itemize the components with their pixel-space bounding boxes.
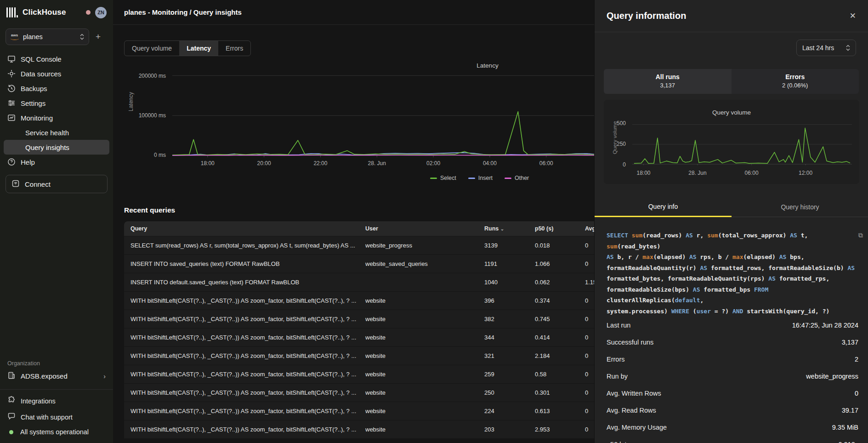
segment-all-runs[interactable]: All runs 3,137	[604, 69, 732, 94]
stat-label: Successful runs	[607, 339, 653, 346]
runs-errors-segmented-control: All runs 3,137 Errors 2 (0.06%)	[604, 69, 859, 94]
x-tick: 02:00	[420, 160, 447, 167]
stat-value: 0	[855, 390, 858, 397]
table-cell: 0.414	[535, 334, 585, 341]
sidebar-item-backups[interactable]: Backups	[4, 81, 109, 96]
panel-title: Query information	[607, 11, 686, 21]
y-tick: 0 ms	[125, 152, 166, 158]
chevron-right-icon: ›	[103, 373, 106, 380]
chart-tabs: Query volume Latency Errors	[124, 40, 251, 56]
sidebar-item-integrations[interactable]: Integrations	[7, 396, 106, 406]
stat-value: 39.17	[842, 407, 858, 414]
footer-item-label: Integrations	[21, 397, 56, 405]
sidebar-item-label: Query insights	[25, 144, 69, 151]
sidebar-item-chat-support[interactable]: Chat with support	[7, 412, 106, 422]
tab-query-history[interactable]: Query history	[732, 197, 868, 217]
organization-name: ADSB.exposed	[21, 372, 68, 380]
organization-switcher[interactable]: ADSB.exposed ›	[0, 371, 113, 389]
legend-item[interactable]: Select	[430, 175, 456, 181]
table-cell: 0.745	[535, 316, 585, 322]
sidebar-item-settings[interactable]: Settings	[4, 96, 109, 110]
clickhouse-logo-icon	[6, 7, 18, 17]
legend-swatch	[505, 178, 511, 179]
stat-label: Avg. Read Rows	[607, 407, 656, 414]
sidebar-item-label: SQL Console	[21, 55, 62, 63]
query-volume-plot	[632, 123, 852, 165]
page-title: planes - Monitoring / Query insights	[124, 8, 242, 16]
panel-tabs: Query info Query history	[595, 197, 868, 217]
monitoring-icon	[7, 114, 16, 122]
stat-label: Errors	[607, 356, 624, 363]
x-tick: 28. Jun	[363, 160, 391, 167]
column-header-query[interactable]: Query	[130, 225, 365, 232]
service-selector[interactable]: aws planes	[6, 29, 89, 45]
table-cell: 2.953	[535, 426, 585, 433]
mini-chart-title: Query volume	[604, 109, 859, 116]
x-tick: 20:00	[250, 160, 278, 167]
table-cell: 344	[484, 334, 535, 341]
table-cell: 0.062	[535, 279, 585, 286]
settings-sliders-icon	[7, 99, 16, 107]
connect-label: Connect	[25, 180, 51, 188]
close-icon[interactable]: ✕	[850, 11, 856, 21]
data-sources-icon	[7, 69, 16, 78]
tab-errors[interactable]: Errors	[218, 41, 250, 56]
segment-errors[interactable]: Errors 2 (0.06%)	[732, 69, 859, 94]
connect-icon	[11, 179, 20, 189]
tab-query-info[interactable]: Query info	[595, 197, 732, 217]
sql-line: formatted_bytes, formatReadableQuantity(…	[607, 273, 858, 284]
service-status-dot	[86, 10, 91, 15]
copy-icon[interactable]: ⧉	[858, 230, 863, 241]
sidebar-item-monitoring[interactable]: Monitoring	[4, 110, 109, 125]
avatar[interactable]: ZN	[95, 7, 107, 18]
table-cell: WITH bitShiftLeft(CAST(?..), _CAST(?..))…	[130, 371, 365, 378]
add-service-button[interactable]: +	[93, 32, 103, 42]
sql-line: formatReadableQuantity(r) AS formatted_r…	[607, 263, 858, 274]
tab-latency[interactable]: Latency	[179, 41, 218, 56]
column-header-p50[interactable]: p50 (s)	[535, 225, 585, 232]
table-cell: WITH bitShiftLeft(CAST(?..), _CAST(?..))…	[130, 334, 365, 341]
logo-text: ClickHouse	[23, 8, 66, 17]
footer-item-label: Chat with support	[21, 414, 73, 421]
column-header-runs[interactable]: Runs ⌄	[484, 225, 535, 232]
sidebar-item-data-sources[interactable]: Data sources	[4, 66, 109, 81]
sidebar-item-label: Data sources	[21, 70, 61, 78]
segment-value: 2 (0.06%)	[732, 82, 859, 89]
time-range-selector[interactable]: Last 24 hrs	[796, 40, 856, 56]
stat-row: p50 latency0.018s	[607, 436, 858, 443]
stat-row: Errors2	[607, 351, 858, 368]
sidebar-item-label: Settings	[21, 99, 45, 107]
sql-line: SELECT sum(read_rows) AS r, sum(total_ro…	[607, 230, 858, 252]
table-cell: INSERT INTO saved_queries (text) FORMAT …	[130, 260, 365, 267]
table-cell: 259	[484, 371, 535, 378]
column-header-user[interactable]: User	[365, 225, 484, 232]
table-cell: 203	[484, 426, 535, 433]
y-tick: 250	[604, 141, 626, 147]
sidebar-item-system-status[interactable]: All systems operational	[7, 428, 106, 436]
segment-value: 3,137	[604, 82, 732, 89]
sidebar-item-sql-console[interactable]: SQL Console	[4, 52, 109, 66]
x-tick: 18:00	[194, 160, 221, 167]
sidebar-item-help[interactable]: Help	[4, 155, 109, 169]
help-icon	[7, 158, 16, 166]
table-cell: INSERT INTO default.saved_queries (text)…	[130, 279, 365, 286]
sidebar-item-service-health[interactable]: Service health	[4, 125, 109, 140]
table-cell: website	[365, 389, 484, 396]
stat-value: 0.018s	[838, 441, 858, 443]
query-information-panel: Query information ✕ Last 24 hrs All runs…	[594, 0, 868, 443]
x-tick: 06:00	[533, 160, 560, 167]
stat-label: Run by	[607, 373, 628, 380]
legend-item[interactable]: Insert	[468, 175, 493, 181]
connect-button[interactable]: Connect	[6, 175, 108, 193]
table-cell: website	[365, 297, 484, 304]
sidebar-item-query-insights[interactable]: Query insights	[4, 140, 109, 155]
tab-query-volume[interactable]: Query volume	[125, 41, 179, 56]
sql-code-block: ⧉ SELECT sum(read_rows) AS r, sum(total_…	[607, 230, 858, 316]
operational-status-icon	[9, 430, 13, 434]
sort-chevron-icon: ⌄	[500, 226, 504, 231]
table-cell: website	[365, 408, 484, 414]
legend-item[interactable]: Other	[505, 175, 529, 181]
stat-label: Avg. Memory Usage	[607, 424, 667, 431]
table-cell: 0.374	[535, 297, 585, 304]
y-axis-label: Latency	[128, 92, 134, 111]
